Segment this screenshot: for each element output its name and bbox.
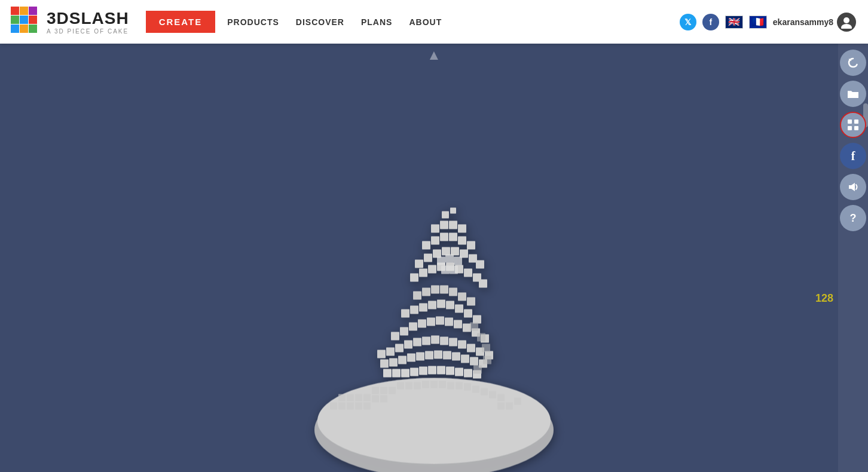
svg-rect-136: [445, 254, 454, 262]
logo-area[interactable]: 3DSLASH A 3D PIECE OF CAKE: [0, 7, 140, 38]
svg-rect-2: [11, 16, 19, 24]
svg-rect-139: [450, 265, 458, 274]
svg-point-10: [841, 24, 852, 29]
twitter-icon[interactable]: 𝕏: [680, 14, 696, 30]
help-button[interactable]: ?: [840, 205, 866, 231]
svg-rect-31: [489, 391, 496, 398]
svg-rect-49: [437, 366, 445, 374]
svg-rect-55: [389, 358, 398, 366]
svg-rect-71: [422, 336, 430, 345]
svg-rect-150: [854, 126, 858, 130]
help-icon: ?: [850, 212, 857, 225]
svg-rect-50: [446, 366, 454, 375]
svg-rect-135: [437, 256, 445, 265]
svg-rect-95: [446, 301, 454, 309]
svg-rect-23: [422, 381, 429, 388]
svg-rect-81: [409, 322, 417, 330]
3d-model[interactable]: [285, 83, 583, 471]
svg-rect-91: [410, 305, 418, 314]
flag-uk[interactable]: 🇬🇧: [725, 16, 743, 29]
navigation-bar: 3DSLASH A 3D PIECE OF CAKE CREATE PRODUC…: [0, 0, 868, 44]
nav-links: PRODUCTS DISCOVER PLANS ABOUT: [227, 17, 453, 27]
facebook-header-icon[interactable]: f: [702, 14, 719, 30]
logo-text: 3DSLASH A 3D PIECE OF CAKE: [47, 9, 129, 35]
nav-link-plans[interactable]: PLANS: [361, 17, 392, 27]
svg-rect-79: [391, 332, 399, 340]
svg-point-12: [317, 378, 551, 464]
nav-link-discover[interactable]: DISCOVER: [296, 17, 344, 27]
svg-rect-24: [430, 381, 438, 388]
svg-rect-76: [467, 344, 475, 352]
svg-rect-100: [422, 287, 430, 296]
svg-rect-27: [456, 382, 463, 389]
svg-rect-13: [338, 394, 346, 401]
svg-rect-149: [848, 126, 852, 130]
svg-rect-54: [380, 359, 389, 367]
svg-rect-47: [419, 366, 427, 375]
nav-link-products[interactable]: PRODUCTS: [227, 17, 279, 27]
svg-rect-148: [854, 119, 858, 124]
svg-rect-63: [461, 354, 469, 363]
svg-rect-103: [449, 287, 457, 296]
svg-rect-147: [848, 119, 852, 124]
svg-rect-128: [467, 241, 475, 249]
nav-right: 𝕏 f 🇬🇧 🇫🇷 ekaransammy8: [680, 13, 856, 32]
svg-rect-142: [482, 344, 490, 352]
svg-rect-48: [428, 366, 436, 374]
svg-rect-52: [464, 369, 472, 377]
undo-button[interactable]: [840, 50, 866, 76]
svg-rect-33: [330, 402, 337, 409]
svg-rect-39: [380, 395, 387, 402]
logo-tagline: A 3D PIECE OF CAKE: [47, 28, 129, 35]
svg-rect-114: [479, 279, 487, 287]
svg-rect-68: [395, 344, 404, 352]
svg-rect-141: [477, 333, 485, 341]
svg-rect-64: [470, 357, 478, 365]
svg-rect-57: [407, 353, 415, 361]
main-canvas[interactable]: ▲: [0, 44, 868, 472]
folder-button[interactable]: [840, 81, 866, 107]
create-button[interactable]: CREATE: [146, 11, 216, 33]
svg-rect-75: [458, 340, 466, 348]
svg-rect-126: [449, 232, 457, 241]
user-avatar[interactable]: [837, 13, 856, 32]
svg-rect-18: [380, 387, 387, 394]
svg-rect-32: [497, 394, 505, 401]
svg-rect-30: [481, 388, 488, 395]
svg-rect-124: [431, 236, 439, 244]
sound-icon: [846, 180, 860, 194]
svg-rect-29: [472, 385, 479, 393]
svg-rect-133: [442, 211, 449, 218]
svg-rect-144: [473, 365, 482, 373]
svg-rect-121: [469, 254, 477, 262]
grid-button[interactable]: [840, 112, 866, 138]
svg-rect-41: [506, 402, 513, 409]
svg-rect-129: [431, 224, 439, 232]
svg-rect-26: [447, 382, 454, 389]
svg-rect-134: [450, 207, 456, 213]
grid-icon: [847, 119, 859, 131]
svg-rect-90: [401, 309, 409, 317]
svg-rect-132: [458, 224, 466, 232]
flag-fr[interactable]: 🇫🇷: [749, 16, 767, 29]
nav-link-about[interactable]: ABOUT: [409, 17, 442, 27]
svg-rect-0: [11, 7, 19, 15]
svg-rect-58: [416, 352, 424, 360]
user-area[interactable]: ekaransammy8: [773, 13, 856, 32]
svg-rect-42: [514, 397, 521, 404]
svg-rect-15: [355, 394, 362, 401]
svg-rect-102: [440, 285, 448, 293]
svg-rect-5: [29, 16, 37, 24]
svg-rect-138: [441, 265, 450, 274]
svg-rect-119: [451, 247, 459, 255]
svg-rect-146: [848, 92, 858, 98]
facebook-share-button[interactable]: f: [840, 143, 866, 169]
svg-rect-3: [20, 16, 28, 24]
svg-rect-137: [454, 256, 462, 265]
svg-rect-51: [455, 367, 463, 376]
svg-rect-19: [389, 387, 396, 394]
svg-rect-87: [463, 323, 471, 332]
svg-rect-40: [497, 402, 505, 409]
sound-button[interactable]: [840, 174, 866, 200]
svg-rect-101: [431, 285, 439, 293]
